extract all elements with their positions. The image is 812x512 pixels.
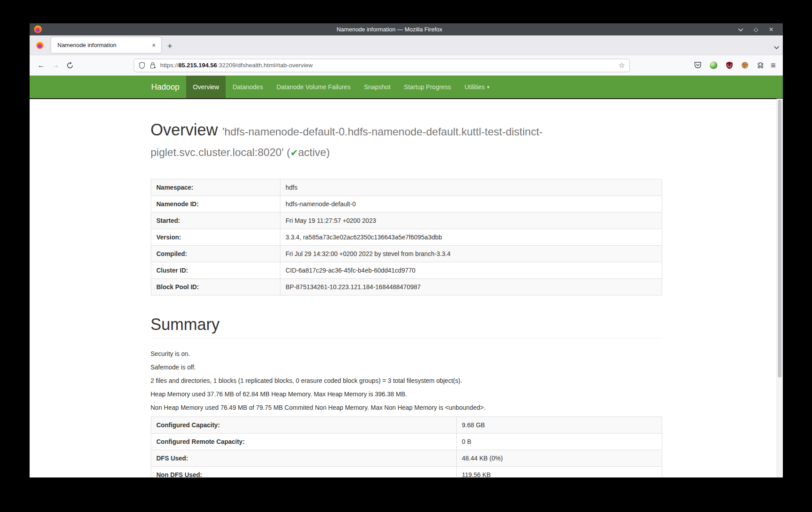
tab-strip: Namenode information × + <box>30 35 783 55</box>
summary-security: Security is on. <box>151 349 662 358</box>
url-bar[interactable]: https://85.215.194.56:32209/dfshealth.ht… <box>134 59 630 72</box>
forward-arrow-icon: → <box>52 61 60 69</box>
extension-green-icon[interactable] <box>708 60 719 71</box>
tab-title: Namenode information <box>57 42 149 48</box>
hadoop-navbar: Hadoop Overview Datanodes Datanode Volum… <box>30 76 783 99</box>
list-all-tabs-button[interactable] <box>774 46 779 49</box>
nav-item-startup-progress[interactable]: Startup Progress <box>397 76 458 98</box>
new-tab-button[interactable]: + <box>167 42 172 50</box>
firefox-view-button[interactable] <box>33 37 47 53</box>
scrollbar-track[interactable] <box>777 99 783 477</box>
summary-heap-memory: Heap Memory used 37.76 MB of 62.84 MB He… <box>151 390 662 399</box>
nav-item-datanodes[interactable]: Datanodes <box>226 76 270 98</box>
caret-down-icon: ▾ <box>487 84 490 90</box>
cookie-extension-icon[interactable] <box>740 60 751 71</box>
table-row: Block Pool ID:BP-875134261-10.223.121.18… <box>151 279 662 295</box>
firefox-window: Namenode information — Mozilla Firefox ◇… <box>30 23 783 477</box>
shield-permissions-icon[interactable] <box>139 62 145 69</box>
navigation-toolbar: ← → https://85.215.194.56:32209/dfshealt… <box>30 55 783 76</box>
table-row: Configured Capacity:9.68 GB <box>151 417 662 434</box>
nav-item-snapshot[interactable]: Snapshot <box>357 76 397 98</box>
forward-button[interactable]: → <box>48 58 63 73</box>
url-text: https://85.215.194.56:32209/dfshealth.ht… <box>160 62 615 69</box>
table-row: DFS Used:48.44 KB (0%) <box>151 450 662 467</box>
overview-title: Overview <box>151 121 218 139</box>
summary-safemode: Safemode is off. <box>151 363 662 372</box>
lock-warning-icon[interactable] <box>149 62 156 69</box>
window-titlebar: Namenode information — Mozilla Firefox ◇… <box>30 23 783 35</box>
tab-close-icon[interactable]: × <box>149 41 158 49</box>
app-menu-button[interactable]: ≡ <box>771 61 776 70</box>
table-row: Started:Fri May 19 11:27:57 +0200 2023 <box>151 213 662 229</box>
nav-item-datanode-volume-failures[interactable]: Datanode Volume Failures <box>270 76 357 98</box>
minimize-button[interactable] <box>737 26 744 33</box>
maximize-button[interactable]: ◇ <box>752 26 760 33</box>
url-host: 85.215.194.56 <box>179 62 217 69</box>
url-path: :32209/dfshealth.html#tab-overview <box>217 62 313 69</box>
back-button[interactable]: ← <box>34 58 48 73</box>
summary-heading: Summary <box>151 315 662 338</box>
table-row: Namenode ID:hdfs-namenode-default-0 <box>151 196 662 213</box>
table-row: Configured Remote Capacity:0 B <box>151 434 662 450</box>
active-check-icon: ✔ <box>290 148 298 158</box>
ublock-origin-icon[interactable] <box>724 60 735 71</box>
url-protocol: https:// <box>160 62 179 69</box>
pocket-save-icon[interactable] <box>693 60 703 71</box>
extensions-puzzle-icon[interactable] <box>755 60 766 71</box>
summary-filesystem-objects: 2 files and directories, 1 blocks (1 rep… <box>151 376 662 385</box>
status-badge: active <box>298 146 327 158</box>
nav-item-utilities[interactable]: Utilities▾ <box>458 76 496 98</box>
table-row: Cluster ID:CID-6a817c29-ac36-45fc-b4eb-6… <box>151 262 662 279</box>
table-row: Non DFS Used:119.56 KB <box>151 467 662 477</box>
table-row: Version:3.3.4, ra585a73c3e02ac62350c1366… <box>151 229 662 246</box>
capacity-table: Configured Capacity:9.68 GB Configured R… <box>151 417 662 477</box>
back-arrow-icon: ← <box>38 61 45 69</box>
scrollbar-thumb[interactable] <box>778 100 781 377</box>
bookmark-star-icon[interactable]: ☆ <box>619 61 625 69</box>
reload-icon <box>66 62 74 69</box>
window-title: Namenode information — Mozilla Firefox <box>42 26 737 33</box>
hadoop-brand-link[interactable]: Hadoop <box>144 76 186 98</box>
close-button[interactable]: × <box>768 26 775 33</box>
reload-button[interactable] <box>63 58 77 73</box>
firefox-view-icon <box>36 42 44 49</box>
page-content: Overview 'hdfs-namenode-default-0.hdfs-n… <box>30 99 783 477</box>
namenode-info-table: Namespace:hdfs Namenode ID:hdfs-namenode… <box>151 179 662 295</box>
nav-item-overview[interactable]: Overview <box>186 76 226 98</box>
table-row: Compiled:Fri Jul 29 14:32:00 +0200 2022 … <box>151 246 662 262</box>
tab-namenode-information[interactable]: Namenode information × <box>51 37 161 53</box>
overview-heading: Overview 'hdfs-namenode-default-0.hdfs-n… <box>151 120 662 161</box>
summary-non-heap-memory: Non Heap Memory used 76.49 MB of 79.75 M… <box>151 403 662 412</box>
table-row: Namespace:hdfs <box>151 179 662 196</box>
firefox-logo-icon <box>34 26 42 33</box>
